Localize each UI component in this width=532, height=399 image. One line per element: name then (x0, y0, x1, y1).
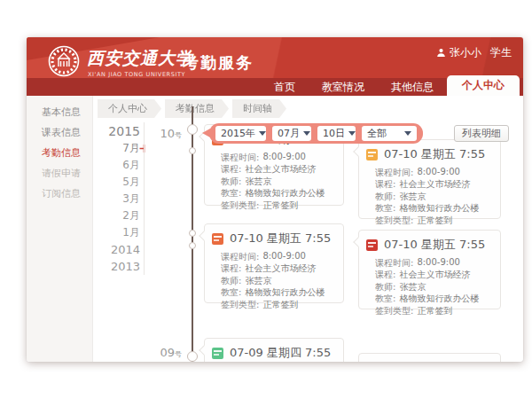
user-role: 学生 (490, 45, 512, 60)
scale-divider (144, 122, 145, 275)
field-label: 课程: (375, 269, 395, 280)
user-info[interactable]: 张小小 学生 (436, 45, 512, 60)
university-name-cn: 西安交通大学 (87, 47, 193, 70)
timeline-node (189, 230, 196, 237)
scale-month-march[interactable]: 3月 (93, 191, 140, 207)
list-detail-button[interactable]: 列表明细 (454, 125, 509, 142)
app-window: 西安交通大学 XI'AN JIAO TONG UNIVERSITY 考勤服务 张… (27, 37, 523, 362)
scale-year-2013[interactable]: 2013 (93, 258, 140, 275)
field-value: 格物致知行政办公楼 (399, 202, 479, 214)
card-title: 07-10 星期五 7:55 (230, 231, 331, 246)
attendance-card: 07-10 星期五 7:55 课程时间:8:00-9:00 课程:社会主义市场经… (204, 223, 344, 303)
calendar-icon (212, 348, 223, 359)
filter-bubble: 2015年 07月 10日 全部 (209, 123, 423, 144)
nav-tab-personal-center[interactable]: 个人中心 (447, 75, 520, 96)
field-value: 8:00-9:00 (417, 167, 460, 178)
sidebar-item-attendance-info[interactable]: 考勤信息 (27, 143, 92, 163)
chevron-down-icon (259, 131, 266, 136)
page: 西安交通大学 XI'AN JIAO TONG UNIVERSITY 考勤服务 张… (0, 0, 532, 399)
chevron-down-icon (348, 131, 356, 136)
scale-month-june[interactable]: 6月 (93, 157, 140, 174)
year-select-value: 2015年 (221, 127, 255, 140)
attendance-card: 07-09 星期四 7:55 (204, 338, 344, 362)
nav-item-home[interactable]: 首页 (261, 78, 309, 96)
attendance-card: 07-10 星期五 7:55 课程时间:8:00-9:00 课程:社会主义市场经… (358, 139, 501, 219)
month-select-value: 07月 (278, 127, 300, 140)
field-value: 社会主义市场经济 (399, 178, 470, 190)
sidebar-item-basic-info[interactable]: 基本信息 (27, 102, 92, 122)
university-logo-icon (48, 45, 80, 77)
chevron-down-icon (404, 131, 411, 136)
attendance-card: 07-10 星期五 7:55 课程时间:8:00-9:00 课程:社会主义市场经… (358, 230, 501, 309)
sidebar-item-leave-request[interactable]: 请假申请 (27, 163, 92, 184)
calendar-icon (366, 149, 378, 160)
day-marker-10: 10号 (152, 127, 182, 140)
field-label: 课程时间: (375, 167, 413, 178)
field-value: 8:00-9:00 (262, 152, 306, 163)
field-label: 教室: (375, 293, 395, 304)
nav-item-other-info[interactable]: 其他信息 (378, 78, 447, 96)
user-icon (436, 48, 446, 58)
sidebar-item-subscription-info[interactable]: 订阅信息 (27, 184, 92, 204)
type-select-value: 全部 (367, 127, 387, 140)
field-value: 格物致知行政办公楼 (245, 187, 325, 199)
scale-year-2015[interactable]: 2015 (93, 123, 140, 140)
field-value: 社会主义市场经济 (399, 269, 470, 280)
field-label: 教师: (221, 275, 241, 286)
timeline-node (189, 242, 196, 249)
field-value: 张芸京 (399, 191, 426, 202)
scale-month-february[interactable]: 2月 (93, 207, 140, 224)
card-title: 07-10 星期五 7:55 (384, 237, 485, 253)
field-label: 教室: (221, 286, 241, 298)
timeline-node-day09 (187, 351, 198, 362)
field-value: 格物致知行政办公楼 (245, 286, 325, 298)
field-label: 课程: (221, 262, 241, 274)
type-select[interactable]: 全部 (362, 126, 417, 141)
scale-month-july[interactable]: 7月 (93, 140, 140, 157)
field-label: 课程时间: (221, 251, 259, 262)
app-header: 西安交通大学 XI'AN JIAO TONG UNIVERSITY 考勤服务 张… (27, 37, 523, 96)
scale-month-label: 7月 (122, 142, 140, 154)
attendance-card-stub (358, 353, 501, 362)
field-label: 教室: (221, 187, 241, 199)
nav-row: 首页 教室情况 其他信息 个人中心 (261, 75, 520, 96)
calendar-icon (366, 239, 378, 251)
breadcrumb-personal-center[interactable]: 个人中心 (98, 99, 161, 118)
app-title: 考勤服务 (183, 52, 254, 74)
field-value: 正常签到 (417, 215, 452, 226)
university-name-en: XI'AN JIAO TONG UNIVERSITY (88, 71, 185, 78)
field-value: 张芸京 (399, 281, 426, 293)
field-label: 签到类型: (221, 299, 259, 310)
user-name: 张小小 (450, 45, 481, 60)
field-value: 张芸京 (245, 275, 271, 286)
field-value: 社会主义市场经济 (245, 163, 316, 175)
field-value: 正常签到 (262, 200, 298, 211)
field-value: 8:00-9:00 (262, 251, 306, 262)
breadcrumb-attendance-info[interactable]: 考勤信息 (165, 99, 229, 118)
field-label: 教师: (221, 176, 241, 187)
field-label: 签到类型: (221, 200, 259, 211)
field-label: 教师: (375, 191, 395, 202)
scale-month-january[interactable]: 1月 (93, 224, 140, 241)
field-value: 格物致知行政办公楼 (399, 293, 479, 304)
timeline-node (189, 147, 196, 154)
month-select[interactable]: 07月 (272, 126, 311, 141)
sidebar-menu: 基本信息 课表信息 考勤信息 请假申请 订阅信息 (27, 102, 92, 204)
sidebar-item-schedule-info[interactable]: 课表信息 (27, 122, 92, 143)
field-value: 8:00-9:00 (417, 257, 460, 269)
field-label: 签到类型: (375, 215, 413, 226)
field-label: 签到类型: (375, 305, 413, 317)
field-value: 正常签到 (417, 305, 452, 317)
breadcrumb-timeline[interactable]: 时间轴 (232, 99, 286, 118)
scale-year-2014[interactable]: 2014 (93, 241, 140, 258)
nav-item-classrooms[interactable]: 教室情况 (309, 78, 378, 96)
year-select[interactable]: 2015年 (215, 126, 266, 141)
field-value: 正常签到 (262, 299, 298, 310)
day-marker-09: 09号 (152, 346, 182, 359)
chevron-down-icon (303, 131, 310, 136)
timeline-node-day10 (187, 124, 198, 135)
scale-month-may[interactable]: 5月 (93, 174, 140, 191)
field-label: 教师: (375, 281, 395, 293)
day-select[interactable]: 10日 (317, 126, 356, 141)
sidebar: 基本信息 课表信息 考勤信息 请假申请 订阅信息 (27, 96, 93, 362)
